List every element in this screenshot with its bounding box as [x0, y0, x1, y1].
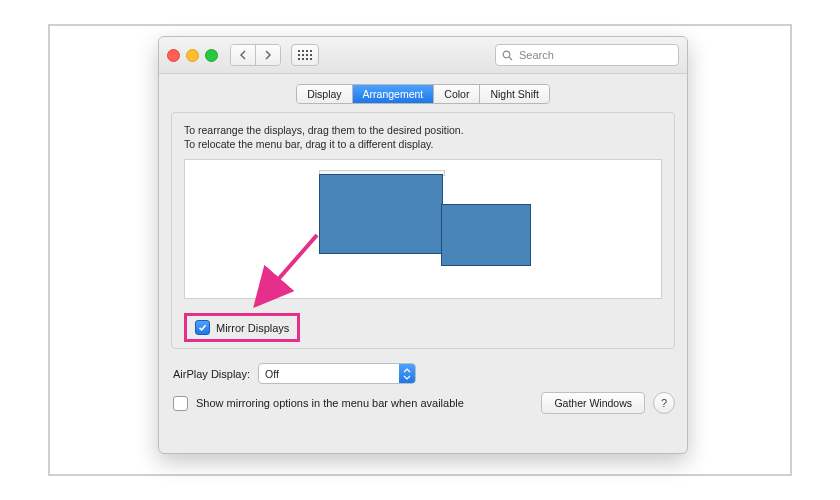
display-arrangement-area[interactable]: [184, 159, 662, 299]
prefs-window: Search Display Arrangement Color Night S…: [158, 36, 688, 454]
svg-rect-8: [298, 58, 300, 60]
svg-rect-3: [310, 50, 312, 52]
forward-button[interactable]: [255, 45, 280, 65]
hint-line-2: To relocate the menu bar, drag it to a d…: [184, 137, 662, 151]
chevron-right-icon: [264, 50, 272, 60]
help-button[interactable]: ?: [653, 392, 675, 414]
window-controls: [167, 49, 218, 62]
nav-back-forward: [230, 44, 281, 66]
tab-display[interactable]: Display: [297, 85, 351, 103]
airplay-value: Off: [265, 368, 279, 380]
close-icon[interactable]: [167, 49, 180, 62]
svg-rect-11: [310, 58, 312, 60]
svg-rect-5: [302, 54, 304, 56]
svg-rect-0: [298, 50, 300, 52]
tabs: Display Arrangement Color Night Shift: [171, 84, 675, 104]
updown-icon: [399, 364, 415, 383]
search-input[interactable]: Search: [495, 44, 679, 66]
svg-rect-9: [302, 58, 304, 60]
svg-rect-10: [306, 58, 308, 60]
gather-windows-button[interactable]: Gather Windows: [541, 392, 645, 414]
svg-rect-6: [306, 54, 308, 56]
content: Display Arrangement Color Night Shift To…: [159, 74, 687, 422]
mirror-displays-checkbox[interactable]: [195, 320, 210, 335]
display-secondary[interactable]: [441, 204, 531, 266]
mirror-displays-label: Mirror Displays: [216, 322, 289, 334]
image-border: Search Display Arrangement Color Night S…: [48, 24, 792, 476]
display-primary[interactable]: [319, 174, 443, 254]
show-mirroring-label: Show mirroring options in the menu bar w…: [196, 397, 464, 409]
grid-icon: [298, 50, 312, 60]
titlebar: Search: [159, 37, 687, 74]
svg-rect-2: [306, 50, 308, 52]
show-mirroring-checkbox[interactable]: [173, 396, 188, 411]
tab-arrangement[interactable]: Arrangement: [352, 85, 434, 103]
arrangement-panel: To rearrange the displays, drag them to …: [171, 112, 675, 349]
show-all-button[interactable]: [291, 44, 319, 66]
mirror-row: Mirror Displays: [184, 313, 662, 342]
tab-color[interactable]: Color: [433, 85, 479, 103]
zoom-icon[interactable]: [205, 49, 218, 62]
svg-point-12: [503, 51, 510, 58]
airplay-label: AirPlay Display:: [173, 368, 250, 380]
svg-rect-7: [310, 54, 312, 56]
back-button[interactable]: [231, 45, 255, 65]
airplay-row: AirPlay Display: Off: [173, 363, 675, 384]
search-placeholder: Search: [519, 49, 554, 61]
bottom-row: Show mirroring options in the menu bar w…: [173, 392, 675, 414]
check-icon: [198, 323, 207, 332]
minimize-icon[interactable]: [186, 49, 199, 62]
svg-rect-1: [302, 50, 304, 52]
search-icon: [502, 50, 513, 61]
airplay-select[interactable]: Off: [258, 363, 416, 384]
hint-line-1: To rearrange the displays, drag them to …: [184, 123, 662, 137]
svg-line-13: [509, 57, 512, 60]
svg-rect-4: [298, 54, 300, 56]
tab-night-shift[interactable]: Night Shift: [479, 85, 548, 103]
chevron-left-icon: [239, 50, 247, 60]
annotation-highlight: Mirror Displays: [184, 313, 300, 342]
